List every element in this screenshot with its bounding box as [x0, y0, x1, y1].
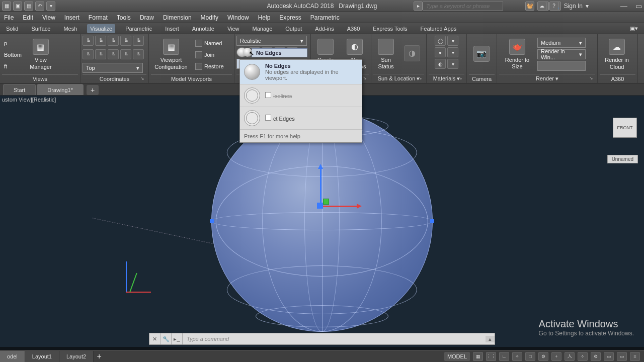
panel-title-materials[interactable]: Materials ▾↘ — [429, 74, 464, 83]
sb-model-button[interactable]: MODEL — [444, 352, 470, 361]
maximize-button[interactable]: ▭ — [635, 2, 642, 10]
gizmo-x-axis[interactable] — [320, 206, 360, 207]
cmd-close-icon[interactable]: ✕ — [149, 333, 160, 344]
sb-osnap-icon[interactable]: □ — [525, 352, 535, 361]
sb-scale-icon[interactable]: ✧ — [578, 352, 588, 361]
menu-express[interactable]: Express — [279, 14, 301, 21]
popout-option-no-edges[interactable]: No Edges No edges are displayed in the v… — [240, 60, 362, 84]
menu-window[interactable]: Window — [227, 14, 249, 21]
panel-title-render[interactable]: Render ▾↘ — [499, 74, 595, 83]
ucs-icon-3[interactable]: ╚ — [108, 36, 119, 46]
sb-polar-icon[interactable]: ✧ — [512, 352, 522, 361]
qat-dropdown-icon[interactable]: ▾ — [46, 2, 55, 11]
ucs-icon-8[interactable]: ╚ — [108, 49, 119, 59]
camera-button[interactable]: 📷 — [469, 38, 494, 72]
view-ft[interactable]: ft — [2, 61, 24, 71]
sb-grid-icon[interactable]: ▦ — [473, 352, 483, 361]
panel-title-sun[interactable]: Sun & Location ▾↘ — [373, 74, 424, 83]
sb-custom-icon[interactable]: ≡ — [630, 352, 640, 361]
sun-button-2[interactable]: ◑ — [400, 37, 424, 71]
view-manager-button[interactable]: ▦ View Manager — [26, 38, 56, 72]
sun-status-button[interactable]: Sun Status — [373, 37, 398, 71]
command-input[interactable]: Type a command — [183, 336, 486, 342]
checkbox-icon[interactable] — [265, 92, 271, 98]
panel-title-a360[interactable]: A360 — [600, 74, 635, 83]
mat-6[interactable]: ▾ — [447, 59, 458, 69]
sb-ws-icon[interactable]: ⚙ — [591, 352, 601, 361]
help-icon[interactable]: ? — [549, 2, 558, 11]
menu-format[interactable]: Format — [89, 14, 108, 21]
viewport-config-button[interactable]: ▦ Viewport Configuration — [151, 38, 191, 72]
viewport-label[interactable]: ustom View][Realistic] — [2, 97, 56, 103]
tab-parametric[interactable]: Parametric — [122, 24, 155, 33]
menu-edit[interactable]: Edit — [23, 14, 33, 21]
ucs-icon-7[interactable]: ╚ — [95, 49, 106, 59]
render-to-size-button[interactable]: 🫖 Render to Size — [499, 37, 535, 71]
gizmo-z-axis[interactable] — [320, 165, 321, 206]
cmd-history-icon[interactable]: ▴ — [486, 336, 495, 342]
render-preset-dropdown[interactable]: Medium▾ — [537, 38, 586, 48]
command-line[interactable]: ✕ 🔧 ▸_ Type a command ▴ — [149, 333, 495, 345]
tab-manage[interactable]: Manage — [250, 24, 276, 33]
vp-named[interactable]: Named — [193, 38, 226, 48]
signin-label[interactable]: Sign In — [564, 3, 583, 10]
tab-express-tools[interactable]: Express Tools — [370, 24, 410, 33]
ucs-icon-10[interactable]: ╚ — [133, 49, 144, 59]
grip-east[interactable] — [430, 219, 434, 223]
sb-gear-icon[interactable]: ⚙ — [538, 352, 548, 361]
coord-dropdown[interactable]: Top▾ — [83, 63, 143, 73]
cmd-wrench-icon[interactable]: 🔧 — [160, 333, 172, 344]
view-p[interactable]: p — [2, 38, 24, 48]
tab-annotate[interactable]: Annotate — [189, 24, 217, 33]
vp-join[interactable]: Join — [193, 50, 226, 60]
sb-plus-icon[interactable]: + — [551, 352, 561, 361]
minimize-button[interactable]: — — [620, 2, 627, 10]
popout-option-edges[interactable]: ct Edges — [240, 107, 362, 130]
tab-output[interactable]: Output — [282, 24, 305, 33]
viewcube[interactable]: FRONT — [613, 118, 637, 138]
mat-2[interactable]: ▾ — [447, 36, 458, 46]
visual-style-dropdown[interactable]: Realistic▾ — [236, 36, 307, 46]
grip-west[interactable] — [210, 219, 214, 223]
ucs-icon-9[interactable]: ╚ — [120, 49, 131, 59]
gizmo-y-axis[interactable] — [323, 199, 329, 205]
menu-parametric[interactable]: Parametric — [310, 14, 340, 21]
sphere-object[interactable] — [211, 111, 433, 332]
view-bottom[interactable]: Bottom — [2, 50, 24, 60]
vp-restore[interactable]: Restore — [193, 61, 226, 71]
menu-file[interactable]: File — [4, 14, 14, 21]
layout-tab-1[interactable]: Layout1 — [25, 351, 59, 362]
tab-insert[interactable]: Insert — [162, 24, 182, 33]
ucs-icon-6[interactable]: ╚ — [83, 49, 94, 59]
render-where-dropdown[interactable]: Render in Win...▾ — [537, 49, 586, 59]
panel-title-camera[interactable]: Camera — [469, 74, 495, 83]
search-input[interactable] — [423, 2, 503, 11]
search-toggle-icon[interactable]: ▸ — [414, 2, 423, 11]
sb-monitor-icon[interactable]: ▭ — [604, 352, 614, 361]
tab-a360[interactable]: A360 — [344, 24, 363, 33]
qat-undo-icon[interactable]: ↶ — [35, 2, 44, 11]
popout-option-isolines[interactable]: Isolines — [240, 84, 362, 107]
sb-clean-icon[interactable]: ▭ — [617, 352, 627, 361]
menu-view[interactable]: View — [42, 14, 55, 21]
tab-solid[interactable]: Solid — [3, 24, 21, 33]
sb-ortho-icon[interactable]: ∟ — [499, 352, 509, 361]
layout-tab-2[interactable]: Layout2 — [59, 351, 94, 362]
menu-help[interactable]: Help — [258, 14, 271, 21]
gizmo-origin[interactable] — [317, 203, 323, 209]
drawtab-new-button[interactable]: + — [87, 85, 99, 95]
menu-insert[interactable]: Insert — [64, 14, 79, 21]
ribbon-collapse-icon[interactable]: ▣▾ — [627, 24, 641, 33]
menu-dimension[interactable]: Dimension — [163, 14, 192, 21]
panel-title-viewports[interactable]: Model Viewports — [151, 74, 232, 83]
qat-open-icon[interactable]: ▣ — [13, 2, 22, 11]
ucs-icon-4[interactable]: ╚ — [120, 36, 131, 46]
sb-snap-icon[interactable]: ⋮⋮ — [486, 352, 496, 361]
panel-title-coords[interactable]: Coordinates↘ — [83, 74, 146, 83]
tab-view[interactable]: View — [224, 24, 243, 33]
qat-new-icon[interactable]: ▦ — [2, 2, 11, 11]
tab-mesh[interactable]: Mesh — [60, 24, 80, 33]
basket-icon[interactable]: 🧺 — [525, 2, 534, 11]
mat-3[interactable]: ● — [435, 47, 446, 57]
tab-surface[interactable]: Surface — [28, 24, 53, 33]
